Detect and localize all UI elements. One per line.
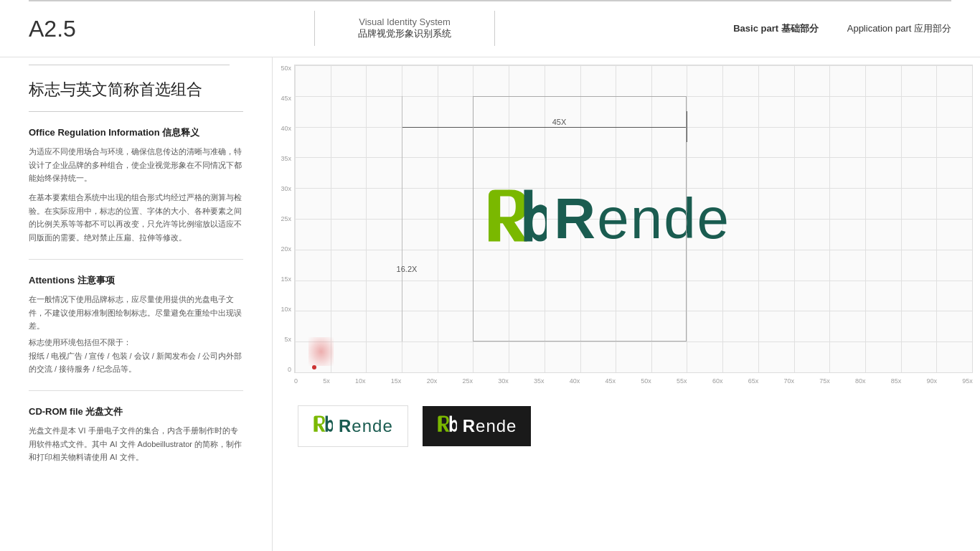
x-label-85: 85x	[891, 377, 902, 385]
grid-v-2	[366, 65, 367, 372]
grid-v-0	[295, 65, 296, 372]
logo-text-black: Rende	[463, 416, 517, 436]
right-panel: 50x 45x 40x 35x 30x 25x 20x 15x 10x 5x 0	[273, 57, 980, 551]
grid-v-14	[794, 65, 795, 372]
grid-v-19	[972, 65, 973, 372]
x-label-65: 65x	[748, 377, 759, 385]
grid-v-15	[829, 65, 830, 372]
grid-v-1	[331, 65, 331, 372]
x-label-25: 25x	[462, 377, 473, 385]
nav-application[interactable]: Application part 应用部分	[847, 22, 951, 35]
y-label-30: 30x	[273, 185, 294, 192]
y-label-35: 35x	[273, 155, 294, 162]
info-text-1b: 在基本要素组合系统中出现的组合形式均经过严格的测算与检验。在实际应用中，标志的位…	[29, 191, 243, 245]
logo-icon-black	[437, 415, 457, 438]
measure-line-16x-vert	[402, 96, 402, 342]
y-label-25: 25x	[273, 215, 294, 222]
x-label-45: 45x	[606, 377, 616, 385]
main-container: 标志与英文简称首选组合 Office Regulation Informatio…	[0, 57, 980, 551]
chart-container: 50x 45x 40x 35x 30x 25x 20x 15x 10x 5x 0	[273, 65, 973, 395]
chart-inner: 45X 16.2X Rende	[294, 65, 973, 373]
info-block-1: Office Regulation Information 信息释义 为适应不同…	[29, 126, 243, 260]
info-text-2b: 标志使用环境包括但不限于：	[29, 336, 243, 349]
x-label-35: 35x	[534, 377, 545, 385]
header-left: A2.5	[29, 17, 76, 40]
info-title-1: Office Regulation Information 信息释义	[29, 126, 243, 139]
info-block-3: CD-ROM file 光盘文件 光盘文件是本 VI 手册电子文件的集合，内含手…	[29, 405, 243, 479]
grid-v-17	[901, 65, 902, 372]
grid-v-13	[758, 65, 759, 372]
x-label-95: 95x	[962, 377, 973, 385]
info-text-2a: 在一般情况下使用品牌标志，应尽量使用提供的光盘电子文件，不建议使用标准制图绘制标…	[29, 293, 243, 333]
y-label-45: 45x	[273, 95, 294, 102]
x-label-50: 50x	[641, 377, 651, 385]
nav-center-en: Visual Identity System	[359, 17, 451, 27]
x-label-10: 10x	[355, 377, 366, 385]
grid-h-0	[295, 65, 972, 66]
x-label-30: 30x	[498, 377, 509, 385]
logo-icon-white	[313, 415, 333, 438]
grid-v-4	[438, 65, 438, 372]
logo-white-variant: Rende	[298, 405, 408, 447]
nav-basic[interactable]: Basic part 基础部分	[733, 22, 819, 35]
nav-center-cn: 品牌视觉形象识别系统	[358, 27, 451, 40]
measure-label-16x: 16.2X	[397, 265, 418, 273]
x-label-75: 75x	[819, 377, 830, 385]
y-label-5: 5x	[273, 336, 294, 343]
header-right: Basic part 基础部分 Application part 应用部分	[733, 22, 951, 35]
info-block-2: Attentions 注意事项 在一般情况下使用品牌标志，应尽量使用提供的光盘电…	[29, 274, 243, 391]
x-label-80: 80x	[855, 377, 866, 385]
logo-text-white: Rende	[339, 416, 393, 436]
x-label-90: 90x	[927, 377, 938, 385]
measure-line-16x-h	[402, 127, 473, 128]
info-title-3: CD-ROM file 光盘文件	[29, 405, 243, 418]
logo-icon-svg-black	[437, 415, 457, 435]
y-label-50: 50x	[273, 65, 294, 72]
x-label-40: 40x	[570, 377, 580, 385]
y-label-40: 40x	[273, 125, 294, 132]
section-title: 标志与英文简称首选组合	[29, 79, 243, 112]
x-label-15: 15x	[391, 377, 402, 385]
y-label-15: 15x	[273, 276, 294, 283]
x-label-55: 55x	[677, 377, 687, 385]
logo-icon-svg-white	[313, 415, 333, 435]
grid-v-16	[865, 65, 866, 372]
page-number: A2.5	[29, 17, 76, 40]
info-text-1a: 为适应不同使用场合与环境，确保信息传达的清晰与准确，特设计了企业品牌的多种组合，…	[29, 145, 243, 185]
x-label-70: 70x	[783, 377, 794, 385]
y-label-10: 10x	[273, 306, 294, 313]
bottom-logos: Rende Rende	[273, 395, 973, 458]
y-label-20: 20x	[273, 245, 294, 253]
info-title-2: Attentions 注意事项	[29, 274, 243, 287]
header: A2.5 Visual Identity System 品牌视觉形象识别系统 B…	[0, 0, 980, 57]
left-panel: 标志与英文简称首选组合 Office Regulation Informatio…	[0, 57, 273, 551]
x-axis: 0 5x 10x 15x 20x 25x 30x 35x 40x 45x 50x…	[294, 375, 973, 395]
grid-v-18	[936, 65, 937, 372]
grid-h-9	[295, 342, 972, 342]
heat-area	[308, 337, 334, 366]
x-label-20: 20x	[427, 377, 438, 385]
info-text-3a: 光盘文件是本 VI 手册电子文件的集合，内含手册制作时的专用软件格式文件。其中 …	[29, 424, 243, 464]
grid-h-10	[295, 372, 972, 373]
x-label-5: 5x	[323, 377, 330, 385]
logo-bounding-box	[473, 96, 687, 342]
y-label-0: 0	[273, 366, 294, 373]
info-text-2c: 报纸 / 电视广告 / 宣传 / 包装 / 会议 / 新闻发布会 / 公司内外部…	[29, 349, 243, 376]
logo-black-variant: Rende	[423, 406, 532, 446]
marker-dot	[312, 365, 316, 369]
x-label-0: 0	[294, 377, 298, 385]
header-center: Visual Identity System 品牌视觉形象识别系统	[314, 11, 495, 46]
x-label-60: 60x	[712, 377, 723, 385]
y-axis: 50x 45x 40x 35x 30x 25x 20x 15x 10x 5x 0	[273, 65, 294, 373]
